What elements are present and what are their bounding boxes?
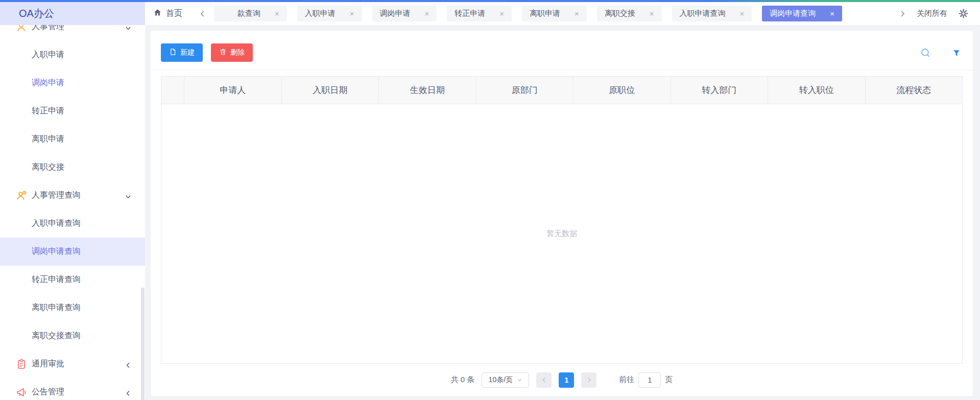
sidebar-item-label: 调岗申请查询 xyxy=(32,246,81,257)
sidebar-group-general-approval[interactable]: 通用审批 xyxy=(0,350,145,378)
goto-page-input[interactable] xyxy=(638,372,661,388)
top-loading-bar xyxy=(0,0,980,2)
sidebar-item-onboarding-application[interactable]: 入职申请 xyxy=(0,41,145,69)
sidebar-menu-inner: 人事管理 入职申请 调岗申请 转正申请 离职申请 xyxy=(0,25,145,400)
close-icon[interactable]: × xyxy=(830,10,834,17)
table-header-original-department[interactable]: 原部门 xyxy=(476,77,574,104)
pagination: 共 0 条 10条/页 1 前往 页 xyxy=(161,364,963,396)
next-page-button[interactable] xyxy=(581,372,596,388)
close-all-tabs-button[interactable]: 关闭所有 xyxy=(917,9,947,18)
sidebar-item-label: 入职申请查询 xyxy=(32,218,81,229)
sidebar-scrollbar-thumb[interactable] xyxy=(141,288,145,400)
tab-scroll-right-button[interactable] xyxy=(897,9,907,19)
sidebar-item-label: 调岗申请 xyxy=(32,78,64,88)
app-root: OA办公 人事管理 入职申请 调岗申请 xyxy=(0,0,980,400)
person-clock-icon xyxy=(16,190,27,201)
sidebar-group-announcement-management[interactable]: 公告管理 xyxy=(0,378,145,400)
app-title-text: OA办公 xyxy=(19,8,54,19)
page-size-value: 10条/页 xyxy=(489,375,513,385)
filter-icon[interactable] xyxy=(952,49,961,57)
close-icon[interactable]: × xyxy=(350,10,354,17)
sidebar-item-transfer-query[interactable]: 调岗申请查询 xyxy=(0,238,145,266)
tab-onboarding-application[interactable]: 入职申请 × xyxy=(297,6,362,21)
page-size-select[interactable]: 10条/页 xyxy=(482,372,529,388)
sidebar-item-label: 离职申请 xyxy=(32,134,64,145)
sidebar-item-handover-query[interactable]: 离职交接查询 xyxy=(0,322,145,350)
tab-label: 离职交接 xyxy=(605,9,635,18)
empty-text: 暂无数据 xyxy=(546,229,577,239)
sidebar-item-label: 人事管理 xyxy=(32,25,64,32)
tabs-strip: 款查询 × 入职申请 × 调岗申请 × 转正申请 × 离职申请 × xyxy=(214,6,892,21)
tab-bar: 首页 款查询 × 入职申请 × 调岗申请 × 转正申请 xyxy=(145,2,980,25)
table-header-effective-date[interactable]: 生效日期 xyxy=(379,77,476,104)
toolbar-divider xyxy=(151,70,973,70)
tab-home[interactable]: 首页 xyxy=(153,8,182,19)
table-header-workflow-status[interactable]: 流程状态 xyxy=(866,77,963,104)
sidebar-item-label: 公告管理 xyxy=(32,387,64,397)
tab-resignation-handover[interactable]: 离职交接 × xyxy=(597,6,662,21)
chevron-down-icon xyxy=(125,193,131,199)
card-toolbar: 新建 删除 xyxy=(161,43,963,70)
table-header-target-department[interactable]: 转入部门 xyxy=(671,77,769,104)
tab-label: 转正申请 xyxy=(455,9,485,18)
chevron-down-icon xyxy=(125,25,131,30)
sidebar-group-hr-query[interactable]: 人事管理查询 xyxy=(0,181,145,209)
sidebar-item-resignation-application[interactable]: 离职申请 xyxy=(0,125,145,153)
page-number-button[interactable]: 1 xyxy=(559,372,574,388)
prev-page-button[interactable] xyxy=(536,372,552,388)
content-area: 新建 删除 xyxy=(145,25,980,400)
table-header-applicant[interactable]: 申请人 xyxy=(184,77,282,104)
tab-resignation-application[interactable]: 离职申请 × xyxy=(522,6,587,21)
tab-scroll-left-button[interactable] xyxy=(198,9,208,19)
tab-loan-query[interactable]: 款查询 × xyxy=(214,6,287,21)
sidebar-item-transfer-application[interactable]: 调岗申请 xyxy=(0,69,145,97)
toolbar-right xyxy=(920,48,963,58)
tab-home-label: 首页 xyxy=(166,8,182,19)
tab-regularization-application[interactable]: 转正申请 × xyxy=(447,6,512,21)
document-icon xyxy=(169,48,177,57)
megaphone-icon xyxy=(16,387,27,398)
table-header-original-position[interactable]: 原职位 xyxy=(573,77,671,104)
sidebar-item-regularization-application[interactable]: 转正申请 xyxy=(0,97,145,125)
person-icon xyxy=(16,25,27,33)
table-header-row: 申请人 入职日期 生效日期 原部门 原职位 转入部门 转入职位 流程状态 xyxy=(161,77,962,104)
sidebar-item-resignation-handover[interactable]: 离职交接 xyxy=(0,153,145,181)
sidebar-item-label: 转正申请查询 xyxy=(32,274,81,285)
close-icon[interactable]: × xyxy=(740,10,745,17)
sidebar-item-label: 离职交接查询 xyxy=(32,331,81,341)
tab-onboarding-query[interactable]: 入职申请查询 × xyxy=(672,6,752,21)
close-icon[interactable]: × xyxy=(499,10,504,17)
data-table: 申请人 入职日期 生效日期 原部门 原职位 转入部门 转入职位 流程状态 暂无数… xyxy=(161,76,963,364)
delete-button[interactable]: 删除 xyxy=(211,43,253,62)
query-card: 新建 删除 xyxy=(151,31,973,396)
sidebar-item-onboarding-query[interactable]: 入职申请查询 xyxy=(0,209,145,238)
table-empty-placeholder: 暂无数据 xyxy=(161,104,962,363)
clipboard-icon xyxy=(16,359,27,370)
sidebar-item-label: 离职申请查询 xyxy=(32,302,81,313)
sidebar-item-label: 离职交接 xyxy=(32,162,64,173)
delete-button-label: 删除 xyxy=(230,48,245,57)
table-header-target-position[interactable]: 转入职位 xyxy=(768,77,866,104)
tab-label: 款查询 xyxy=(237,9,260,18)
close-icon[interactable]: × xyxy=(650,10,654,17)
close-icon[interactable]: × xyxy=(575,10,579,17)
close-icon[interactable]: × xyxy=(425,10,429,17)
trash-icon xyxy=(219,48,227,57)
table-header-selection xyxy=(161,77,184,104)
sidebar-group-hr-management[interactable]: 人事管理 xyxy=(0,25,145,41)
sidebar-item-label: 入职申请 xyxy=(32,50,64,60)
tab-label: 入职申请 xyxy=(305,9,336,18)
new-button[interactable]: 新建 xyxy=(161,43,203,62)
chevron-left-icon xyxy=(125,361,131,367)
sidebar-item-regularization-query[interactable]: 转正申请查询 xyxy=(0,266,145,294)
tab-transfer-query[interactable]: 调岗申请查询 × xyxy=(762,6,842,21)
main-area: 首页 款查询 × 入职申请 × 调岗申请 × 转正申请 xyxy=(145,2,980,400)
table-header-hire-date[interactable]: 入职日期 xyxy=(282,77,379,104)
tab-label: 调岗申请查询 xyxy=(770,9,816,18)
sidebar-item-resignation-query[interactable]: 离职申请查询 xyxy=(0,294,145,322)
search-icon[interactable] xyxy=(920,48,931,58)
gear-icon[interactable] xyxy=(959,9,969,19)
tab-transfer-application[interactable]: 调岗申请 × xyxy=(372,6,437,21)
close-icon[interactable]: × xyxy=(275,10,279,17)
tab-label: 入职申请查询 xyxy=(680,9,726,18)
